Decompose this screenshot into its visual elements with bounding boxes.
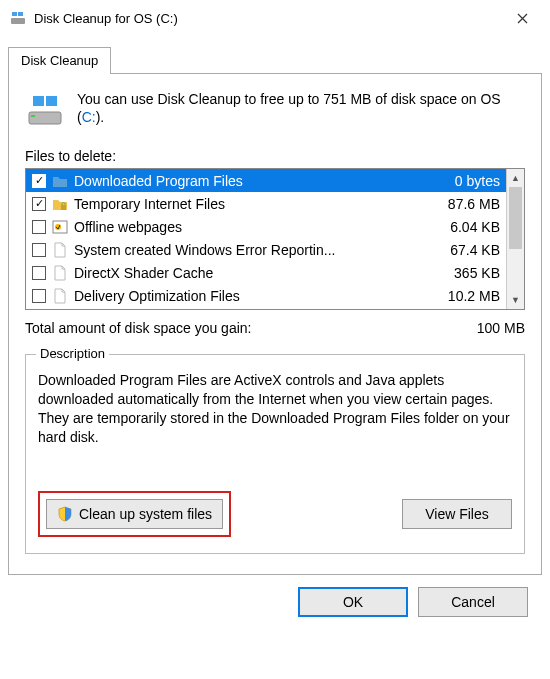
list-item-name: System created Windows Error Reportin... bbox=[74, 242, 424, 258]
list-item[interactable]: DirectX Shader Cache365 KB bbox=[26, 261, 506, 284]
list-item-size: 0 bytes bbox=[432, 173, 500, 189]
shield-icon bbox=[57, 506, 73, 522]
file-icon bbox=[52, 242, 68, 258]
files-listbox[interactable]: ✓Downloaded Program Files0 bytes✓Tempora… bbox=[25, 168, 525, 310]
intro-text-after: ). bbox=[96, 109, 105, 125]
scroll-down-button[interactable]: ▼ bbox=[507, 291, 524, 309]
svg-rect-5 bbox=[46, 96, 57, 106]
cancel-button[interactable]: Cancel bbox=[418, 587, 528, 617]
total-row: Total amount of disk space you gain: 100… bbox=[25, 320, 525, 336]
svg-rect-1 bbox=[12, 12, 17, 16]
list-item-name: Downloaded Program Files bbox=[74, 173, 424, 189]
list-item-size: 6.04 KB bbox=[432, 219, 500, 235]
description-text: Downloaded Program Files are ActiveX con… bbox=[38, 371, 512, 447]
clean-up-system-files-label: Clean up system files bbox=[79, 506, 212, 522]
ok-label: OK bbox=[343, 594, 363, 610]
intro-text: You can use Disk Cleanup to free up to 7… bbox=[77, 90, 525, 126]
dialog-body: Disk Cleanup You can use Disk Cleanup to… bbox=[0, 46, 550, 625]
view-files-button[interactable]: View Files bbox=[402, 499, 512, 529]
disk-cleanup-icon bbox=[10, 10, 26, 26]
description-heading: Description bbox=[36, 346, 109, 361]
list-item-name: DirectX Shader Cache bbox=[74, 265, 424, 281]
svg-rect-6 bbox=[31, 115, 35, 117]
scroll-thumb[interactable] bbox=[509, 187, 522, 249]
svg-rect-0 bbox=[11, 18, 25, 24]
intro-row: You can use Disk Cleanup to free up to 7… bbox=[25, 90, 525, 130]
checkbox[interactable] bbox=[32, 243, 46, 257]
drive-link[interactable]: C: bbox=[82, 109, 96, 125]
clean-up-system-files-button[interactable]: Clean up system files bbox=[46, 499, 223, 529]
tab-strip: Disk Cleanup bbox=[8, 46, 542, 73]
list-item-size: 10.2 MB bbox=[432, 288, 500, 304]
svg-rect-4 bbox=[33, 96, 44, 106]
list-item[interactable]: ✓Temporary Internet Files87.6 MB bbox=[26, 192, 506, 215]
close-button[interactable] bbox=[502, 4, 542, 32]
checkbox[interactable] bbox=[32, 220, 46, 234]
list-item-name: Offline webpages bbox=[74, 219, 424, 235]
list-item-name: Delivery Optimization Files bbox=[74, 288, 424, 304]
checkbox[interactable]: ✓ bbox=[32, 174, 46, 188]
list-item-size: 87.6 MB bbox=[432, 196, 500, 212]
list-item[interactable]: Delivery Optimization Files10.2 MB bbox=[26, 284, 506, 307]
folder-lock-icon bbox=[52, 196, 68, 212]
intro-text-before: You can use Disk Cleanup to free up to 7… bbox=[77, 91, 501, 125]
cleanup-system-highlight: Clean up system files bbox=[38, 491, 231, 537]
ok-button[interactable]: OK bbox=[298, 587, 408, 617]
checkbox[interactable] bbox=[32, 266, 46, 280]
cancel-label: Cancel bbox=[451, 594, 495, 610]
list-item[interactable]: System created Windows Error Reportin...… bbox=[26, 238, 506, 261]
scrollbar[interactable]: ▲ ▼ bbox=[506, 169, 524, 309]
folder-blue-icon bbox=[52, 173, 68, 189]
description-group: Description Downloaded Program Files are… bbox=[25, 354, 525, 554]
drive-icon bbox=[25, 90, 65, 130]
svg-rect-7 bbox=[61, 205, 66, 210]
scroll-track[interactable] bbox=[507, 187, 524, 291]
svg-rect-3 bbox=[29, 112, 61, 124]
list-item-size: 365 KB bbox=[432, 265, 500, 281]
list-item[interactable]: Offline webpages6.04 KB bbox=[26, 215, 506, 238]
scroll-up-button[interactable]: ▲ bbox=[507, 169, 524, 187]
list-item[interactable]: ✓Downloaded Program Files0 bytes bbox=[26, 169, 506, 192]
file-icon bbox=[52, 265, 68, 281]
list-item-name: Temporary Internet Files bbox=[74, 196, 424, 212]
view-files-label: View Files bbox=[425, 506, 489, 522]
files-to-delete-label: Files to delete: bbox=[25, 148, 525, 164]
checkbox[interactable] bbox=[32, 289, 46, 303]
window-title: Disk Cleanup for OS (C:) bbox=[34, 11, 502, 26]
tab-panel: You can use Disk Cleanup to free up to 7… bbox=[8, 73, 542, 575]
titlebar: Disk Cleanup for OS (C:) bbox=[0, 0, 550, 34]
svg-rect-2 bbox=[18, 12, 23, 16]
total-value: 100 MB bbox=[477, 320, 525, 336]
total-label: Total amount of disk space you gain: bbox=[25, 320, 251, 336]
checkbox[interactable]: ✓ bbox=[32, 197, 46, 211]
list-item-size: 67.4 KB bbox=[432, 242, 500, 258]
tab-disk-cleanup[interactable]: Disk Cleanup bbox=[8, 47, 111, 74]
dialog-buttons: OK Cancel bbox=[8, 575, 542, 617]
file-icon bbox=[52, 288, 68, 304]
offline-icon bbox=[52, 219, 68, 235]
